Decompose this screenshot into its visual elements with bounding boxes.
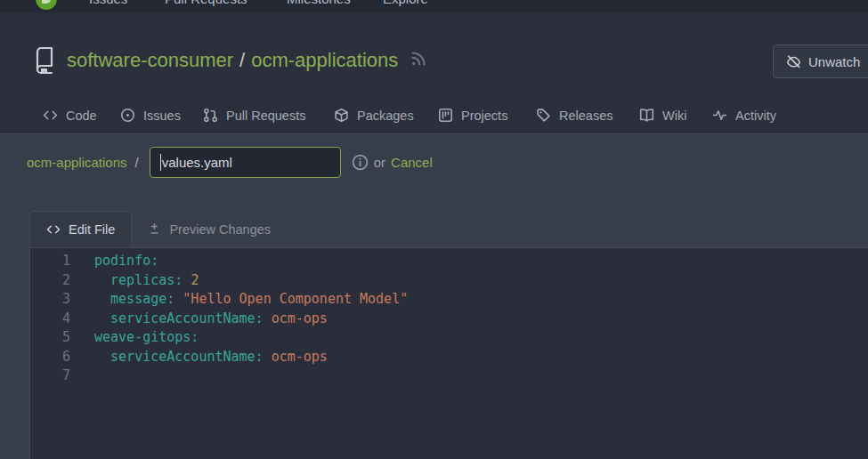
code-lines: 1podinfo:2 replicas: 23 message: "Hello … — [30, 252, 868, 386]
tab-packages-label: Packages — [357, 109, 414, 123]
diff-icon — [148, 222, 161, 236]
line-number: 4 — [30, 310, 70, 329]
tab-pull-requests[interactable]: Pull Requests — [203, 98, 305, 133]
info-icon[interactable] — [352, 154, 369, 171]
repo-name-link[interactable]: ocm-applications — [251, 49, 398, 71]
tag-icon — [536, 108, 551, 123]
nav-item-milestones[interactable]: Milestones — [287, 0, 351, 6]
code-line-text: message: "Hello Open Component Model" — [70, 290, 408, 310]
line-number: 7 — [30, 366, 70, 386]
wiki-book-icon — [639, 108, 654, 123]
activity-pulse-icon — [712, 108, 727, 123]
repo-tab-bar: Code Issues Pull Requests Packages — [0, 98, 868, 133]
line-number: 1 — [30, 252, 70, 271]
issue-circle-dot-icon — [120, 108, 135, 123]
code-line-text: weave-gitops: — [70, 328, 199, 348]
code-line-text: serviceAccountName: ocm-ops — [70, 310, 328, 329]
unwatch-button[interactable]: Unwatch — [773, 44, 868, 78]
code-line-text: podinfo: — [70, 252, 158, 271]
project-board-icon — [438, 108, 453, 123]
tab-code-label: Code — [66, 109, 97, 123]
gitea-logo-icon[interactable] — [36, 0, 57, 10]
filename-input-wrap — [150, 147, 341, 178]
main-content: ocm-applications / or Cancel Edit File — [0, 133, 868, 459]
tab-projects[interactable]: Projects — [438, 98, 507, 133]
code-icon — [46, 222, 61, 237]
repo-title-separator: / — [239, 49, 245, 72]
code-line-text: replicas: 2 — [70, 271, 199, 291]
code-line[interactable]: 6 serviceAccountName: ocm-ops — [30, 348, 868, 367]
repo-title: software-consumer / ocm-applications — [32, 46, 426, 75]
tab-edit-file-label: Edit File — [69, 222, 115, 237]
cancel-link[interactable]: Cancel — [391, 155, 433, 170]
code-icon — [43, 108, 58, 123]
code-line[interactable]: 3 message: "Hello Open Component Model" — [30, 290, 868, 310]
tab-activity-label: Activity — [735, 109, 776, 123]
tab-releases-label: Releases — [559, 109, 612, 123]
tab-packages[interactable]: Packages — [334, 98, 414, 133]
top-navbar: Issues Pull Requests Milestones Explore — [0, 0, 868, 12]
text-caret — [160, 154, 161, 171]
editor-tab-bar: Edit File Preview Changes — [29, 211, 287, 247]
tab-pull-requests-label: Pull Requests — [226, 109, 305, 123]
git-pull-request-icon — [203, 108, 218, 123]
nav-item-issues[interactable]: Issues — [89, 0, 127, 6]
filename-input[interactable] — [150, 147, 341, 178]
code-line-text — [70, 366, 94, 386]
nav-item-explore[interactable]: Explore — [383, 0, 428, 6]
code-line[interactable]: 5weave-gitops: — [30, 328, 868, 348]
code-line-text: serviceAccountName: ocm-ops — [70, 348, 328, 367]
nav-item-pull-requests[interactable]: Pull Requests — [165, 0, 247, 6]
line-number: 5 — [30, 328, 70, 348]
tab-wiki-label: Wiki — [662, 109, 686, 123]
tab-preview-changes-label: Preview Changes — [169, 222, 271, 237]
tab-activity[interactable]: Activity — [712, 98, 776, 133]
code-line[interactable]: 7 — [30, 366, 868, 386]
tab-code[interactable]: Code — [43, 98, 97, 133]
rss-feed-icon[interactable] — [410, 51, 426, 70]
breadcrumb-repo-link[interactable]: ocm-applications — [27, 155, 127, 170]
unwatch-label: Unwatch — [808, 54, 860, 69]
tab-issues[interactable]: Issues — [120, 98, 181, 133]
code-line[interactable]: 2 replicas: 2 — [30, 271, 868, 291]
code-line[interactable]: 4 serviceAccountName: ocm-ops — [30, 310, 868, 329]
eye-closed-icon — [786, 54, 801, 69]
tab-edit-file[interactable]: Edit File — [29, 211, 132, 247]
gitea-edit-file-page: { "topnav": { "items": ["Issues", "Pull … — [0, 0, 868, 459]
line-number: 6 — [30, 348, 70, 367]
breadcrumb-separator: / — [135, 155, 139, 170]
repo-owner-link[interactable]: software-consumer — [67, 49, 233, 71]
tab-preview-changes[interactable]: Preview Changes — [132, 211, 287, 247]
package-cube-icon — [334, 108, 349, 123]
tab-issues-label: Issues — [143, 109, 181, 123]
or-label: or — [374, 155, 385, 170]
tab-releases[interactable]: Releases — [536, 98, 612, 133]
repo-book-icon — [32, 46, 56, 75]
file-path-breadcrumb: ocm-applications / or Cancel — [27, 133, 433, 190]
code-editor[interactable]: 1podinfo:2 replicas: 23 message: "Hello … — [29, 247, 868, 459]
repo-header: software-consumer / ocm-applications Unw… — [0, 12, 868, 133]
tab-wiki[interactable]: Wiki — [639, 98, 686, 133]
line-number: 2 — [30, 271, 70, 291]
line-number: 3 — [30, 290, 70, 310]
code-line[interactable]: 1podinfo: — [30, 252, 868, 271]
tab-projects-label: Projects — [461, 109, 507, 123]
